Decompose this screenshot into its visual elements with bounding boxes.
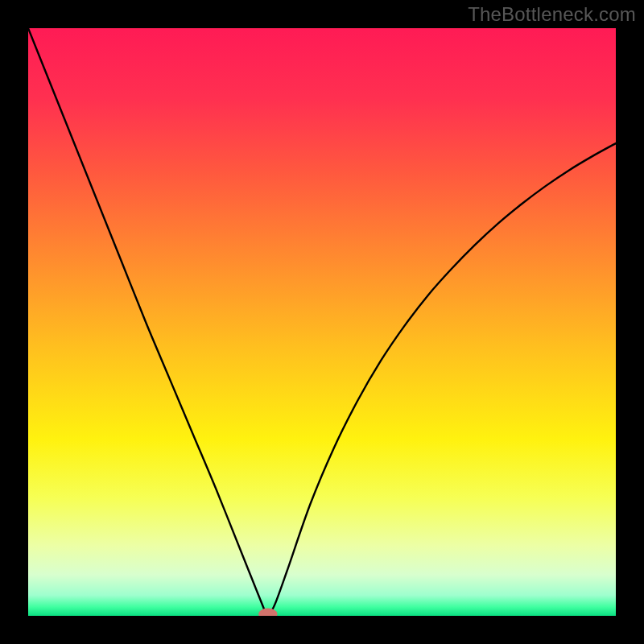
watermark-text: TheBottleneck.com [468,3,636,26]
chart-background [28,28,616,616]
chart-frame: TheBottleneck.com [0,0,644,644]
plot-area [28,28,616,616]
chart-svg [28,28,616,616]
